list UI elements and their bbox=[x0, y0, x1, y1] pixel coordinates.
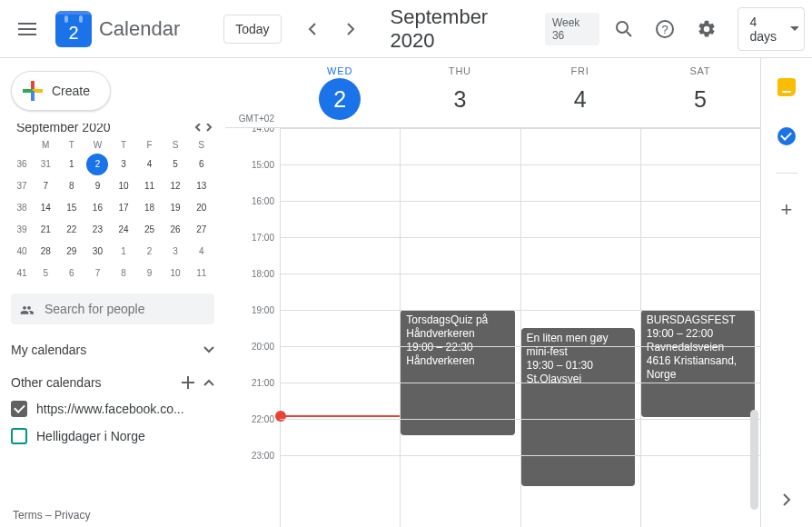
terms-link[interactable]: Terms bbox=[13, 509, 43, 522]
view-switcher[interactable]: 4 days bbox=[738, 7, 805, 51]
search-people-input[interactable] bbox=[43, 301, 205, 317]
mini-calendar-title: September 2020 bbox=[16, 124, 111, 134]
day-header[interactable]: SAT5 bbox=[640, 58, 760, 127]
tasks-addon-button[interactable] bbox=[768, 118, 805, 154]
add-other-calendar-button[interactable] bbox=[182, 376, 194, 389]
hour-line bbox=[280, 128, 760, 129]
mini-day[interactable]: 20 bbox=[191, 197, 213, 219]
event-time: 19:00 – 22:00 bbox=[647, 327, 749, 341]
day-column[interactable] bbox=[280, 128, 400, 527]
day-header[interactable]: THU3 bbox=[400, 58, 520, 127]
search-icon bbox=[615, 20, 633, 38]
mini-day[interactable]: 4 bbox=[139, 154, 161, 175]
mini-day[interactable]: 19 bbox=[164, 197, 186, 219]
keep-icon bbox=[777, 78, 796, 96]
mini-day[interactable]: 22 bbox=[61, 219, 83, 241]
day-column[interactable]: En liten men gøy mini-fest19:30 – 01:30S… bbox=[520, 128, 640, 527]
current-time-indicator bbox=[281, 415, 400, 417]
mini-dow-header: S bbox=[163, 136, 189, 154]
mini-day[interactable]: 25 bbox=[139, 219, 161, 241]
mini-day[interactable]: 17 bbox=[113, 197, 134, 219]
mini-day[interactable]: 11 bbox=[191, 263, 213, 284]
search-button[interactable] bbox=[607, 11, 640, 47]
vertical-scrollbar[interactable] bbox=[750, 410, 758, 527]
prev-period-button[interactable] bbox=[294, 11, 331, 47]
next-period-button[interactable] bbox=[332, 11, 369, 47]
mini-day[interactable]: 7 bbox=[35, 175, 56, 197]
mini-day[interactable]: 7 bbox=[86, 263, 108, 284]
mini-day[interactable]: 4 bbox=[191, 241, 213, 263]
mini-day[interactable]: 5 bbox=[164, 154, 186, 175]
main-menu-button[interactable] bbox=[7, 7, 48, 51]
mini-day[interactable]: 14 bbox=[35, 197, 56, 219]
day-header[interactable]: FRI4 bbox=[520, 58, 640, 127]
chevron-left-icon bbox=[194, 124, 202, 132]
search-people-field[interactable] bbox=[11, 293, 214, 324]
create-button[interactable]: Create bbox=[11, 71, 111, 111]
other-calendars-toggle[interactable]: Other calendars bbox=[11, 375, 214, 390]
mini-day[interactable]: 5 bbox=[35, 263, 56, 284]
calendar-item[interactable]: Helligdager i Norge bbox=[11, 428, 214, 444]
mini-day[interactable]: 9 bbox=[139, 263, 161, 284]
mini-day[interactable]: 27 bbox=[191, 219, 213, 241]
hamburger-icon bbox=[18, 23, 36, 35]
mini-day[interactable]: 29 bbox=[61, 241, 83, 263]
mini-day[interactable]: 28 bbox=[35, 241, 56, 263]
event[interactable]: En liten men gøy mini-fest19:30 – 01:30S… bbox=[521, 328, 635, 486]
hide-sidepanel-button[interactable] bbox=[768, 482, 805, 518]
mini-day[interactable]: 2 bbox=[139, 241, 161, 263]
mini-day[interactable]: 1 bbox=[61, 154, 83, 175]
mini-day[interactable]: 21 bbox=[35, 219, 56, 241]
mini-day[interactable]: 13 bbox=[191, 175, 213, 197]
my-calendars-toggle[interactable]: My calendars bbox=[11, 343, 214, 357]
mini-day[interactable]: 3 bbox=[164, 241, 186, 263]
app-header: 2 Calendar Today September 2020 Week 36 … bbox=[0, 0, 812, 58]
support-button[interactable]: ? bbox=[648, 11, 681, 47]
mini-day[interactable]: 16 bbox=[86, 197, 108, 219]
mini-day[interactable]: 15 bbox=[61, 197, 83, 219]
checkbox[interactable] bbox=[11, 428, 27, 444]
mini-day[interactable]: 8 bbox=[61, 175, 83, 197]
mini-day[interactable]: 30 bbox=[86, 241, 108, 263]
mini-day[interactable]: 26 bbox=[164, 219, 186, 241]
event[interactable]: TorsdagsQuiz på Håndverkeren19:00 – 22:3… bbox=[401, 310, 514, 435]
mini-day[interactable]: 1 bbox=[113, 241, 134, 263]
people-icon bbox=[20, 302, 34, 316]
mini-dow-header: M bbox=[33, 136, 59, 154]
mini-day[interactable]: 18 bbox=[139, 197, 161, 219]
mini-day[interactable]: 9 bbox=[86, 175, 108, 197]
mini-day[interactable]: 6 bbox=[191, 154, 213, 175]
mini-day[interactable]: 11 bbox=[139, 175, 161, 197]
mini-day[interactable]: 3 bbox=[113, 154, 134, 175]
privacy-link[interactable]: Privacy bbox=[54, 509, 90, 522]
mini-day[interactable]: 12 bbox=[164, 175, 186, 197]
hour-label: 17:00 bbox=[225, 233, 274, 269]
mini-day[interactable]: 24 bbox=[113, 219, 134, 241]
hour-line bbox=[280, 201, 760, 202]
today-button[interactable]: Today bbox=[223, 15, 281, 44]
mini-day[interactable]: 6 bbox=[61, 263, 83, 284]
mini-next-button[interactable] bbox=[205, 124, 213, 132]
mini-prev-button[interactable] bbox=[194, 124, 202, 132]
mini-dow-header: T bbox=[59, 136, 85, 154]
keep-addon-button[interactable] bbox=[768, 69, 805, 105]
event[interactable]: BURSDAGSFEST19:00 – 22:00Ravnedalsveien … bbox=[641, 310, 755, 417]
day-column[interactable]: TorsdagsQuiz på Håndverkeren19:00 – 22:3… bbox=[400, 128, 520, 527]
mini-day[interactable]: 31 bbox=[35, 154, 56, 175]
calendar-item-label: Helligdager i Norge bbox=[36, 429, 145, 443]
get-addons-button[interactable]: + bbox=[768, 192, 805, 228]
mini-day[interactable]: 2 bbox=[86, 154, 108, 175]
hour-label: 23:00 bbox=[225, 451, 274, 487]
checkbox[interactable] bbox=[11, 401, 27, 417]
settings-button[interactable] bbox=[689, 11, 723, 47]
mini-day[interactable]: 8 bbox=[113, 263, 134, 284]
day-header[interactable]: WED2 bbox=[280, 58, 400, 127]
chevron-right-icon bbox=[205, 124, 213, 132]
calendar-item[interactable]: https://www.facebook.co... bbox=[11, 401, 214, 417]
plus-multicolor-icon bbox=[23, 81, 43, 101]
hour-line bbox=[280, 237, 760, 238]
mini-day[interactable]: 23 bbox=[86, 219, 108, 241]
mini-day[interactable]: 10 bbox=[113, 175, 134, 197]
day-column[interactable]: BURSDAGSFEST19:00 – 22:00Ravnedalsveien … bbox=[640, 128, 760, 527]
mini-day[interactable]: 10 bbox=[164, 263, 186, 284]
